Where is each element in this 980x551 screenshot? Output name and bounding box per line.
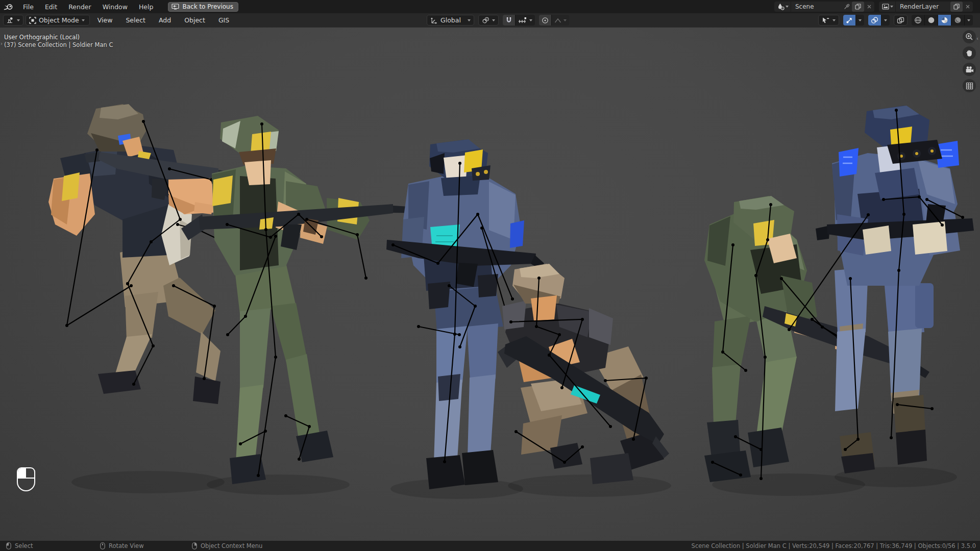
chevron-down-icon <box>529 19 532 21</box>
object-type-visibility-dropdown[interactable] <box>818 15 839 26</box>
viewport-nav-controls <box>963 30 976 92</box>
overlays-icon <box>871 17 878 24</box>
menu-file[interactable]: File <box>17 1 39 12</box>
new-layer-button[interactable] <box>950 2 963 12</box>
menu-select[interactable]: Select <box>120 15 151 26</box>
toolbar-collapse-arrow[interactable]: › <box>1 41 3 46</box>
xray-icon <box>897 17 904 24</box>
shading-dropdown[interactable] <box>965 15 973 26</box>
overlays-dropdown[interactable] <box>881 15 890 26</box>
unlink-scene-button[interactable] <box>864 2 874 12</box>
new-scene-button[interactable] <box>852 2 864 12</box>
menu-add[interactable]: Add <box>153 15 177 26</box>
mouse-right-icon <box>192 542 197 549</box>
visibility-cursor-icon <box>822 17 830 24</box>
scene-statistics: Scene Collection | Soldier Man C | Verts… <box>692 541 976 551</box>
menu-window[interactable]: Window <box>97 1 133 12</box>
snap-toggle[interactable] <box>503 15 516 26</box>
mouse-middle-icon <box>100 542 105 549</box>
show-gizmo-toggle[interactable] <box>843 15 856 26</box>
proportional-falloff-dropdown[interactable] <box>552 15 569 26</box>
camera-icon <box>965 66 974 73</box>
shading-wireframe-button[interactable] <box>912 15 925 26</box>
camera-view-button[interactable] <box>963 63 976 76</box>
scene-name[interactable]: Scene <box>791 3 842 10</box>
menu-render[interactable]: Render <box>63 1 97 12</box>
render-layer-selector: RenderLayer <box>879 2 973 12</box>
orientation-axes-icon <box>430 17 438 24</box>
close-icon <box>965 4 970 9</box>
transform-orientation-dropdown[interactable]: Global <box>427 15 474 26</box>
gizmo-arrow-icon <box>846 17 853 24</box>
scene-browse-button[interactable] <box>774 2 791 12</box>
proportional-editing-toggle[interactable] <box>539 15 552 26</box>
chevron-down-icon <box>468 19 471 21</box>
menu-help[interactable]: Help <box>133 1 159 12</box>
magnet-icon <box>505 17 512 24</box>
pan-button[interactable] <box>963 46 976 60</box>
editor-3d-viewport-icon <box>7 17 14 23</box>
hint-select: Select <box>6 541 33 551</box>
3d-viewport[interactable]: User Orthographic (Local) (37) Scene Col… <box>0 27 980 541</box>
menu-object[interactable]: Object <box>179 15 211 26</box>
chevron-down-icon <box>82 19 85 21</box>
blender-logo-icon[interactable] <box>0 3 17 11</box>
gizmo-dropdown[interactable] <box>856 15 864 26</box>
chevron-down-icon <box>832 19 836 21</box>
snap-increment-icon <box>518 17 527 24</box>
menu-gis[interactable]: GIS <box>213 15 235 26</box>
editor-type-button[interactable] <box>3 15 23 26</box>
orthographic-toggle-button[interactable] <box>963 79 976 92</box>
topbar: File Edit Render Window Help Back to Pre… <box>0 0 980 13</box>
screen-back-icon <box>172 4 179 10</box>
rendered-sphere-icon <box>954 16 962 24</box>
grid-icon <box>966 82 973 90</box>
shading-rendered-button[interactable] <box>951 15 965 26</box>
remove-layer-button[interactable] <box>963 2 973 12</box>
falloff-curve-icon <box>554 17 561 23</box>
render-layer-browse-button[interactable] <box>879 2 896 12</box>
pivot-point-dropdown[interactable] <box>478 15 499 26</box>
view-name: User Orthographic (Local) <box>4 34 113 41</box>
menu-view[interactable]: View <box>92 15 118 26</box>
viewport-overlay-text: User Orthographic (Local) (37) Scene Col… <box>4 34 113 49</box>
mode-dropdown[interactable]: Object Mode <box>26 15 90 26</box>
scene-render <box>0 27 980 541</box>
mouse-action-indicator <box>16 467 36 492</box>
active-object-path: (37) Scene Collection | Soldier Man C <box>4 41 113 49</box>
soldier-1[interactable] <box>48 104 240 404</box>
material-sphere-icon <box>941 16 948 24</box>
menu-edit[interactable]: Edit <box>39 1 63 12</box>
copy-icon <box>953 4 960 10</box>
copy-icon <box>855 4 861 10</box>
hint-object-context-menu: Object Context Menu <box>192 541 262 551</box>
hand-icon <box>965 49 973 57</box>
zoom-button[interactable] <box>963 30 976 43</box>
shading-solid-button[interactable] <box>925 15 938 26</box>
snap-target-dropdown[interactable] <box>516 15 535 26</box>
xray-toggle[interactable] <box>894 15 908 26</box>
chevron-down-icon <box>890 6 893 8</box>
render-layer-name[interactable]: RenderLayer <box>896 3 950 10</box>
shading-material-button[interactable] <box>938 15 951 26</box>
solid-sphere-icon <box>927 16 935 24</box>
viewport-header: Object Mode View Select Add Object GIS G… <box>0 13 980 27</box>
soldier-4[interactable] <box>498 264 669 484</box>
render-layer-icon <box>882 3 889 10</box>
show-overlays-toggle[interactable] <box>868 15 881 26</box>
back-to-previous-button[interactable]: Back to Previous <box>168 2 238 12</box>
sidebar-collapse-arrow[interactable]: ‹ <box>976 36 978 41</box>
proportional-circle-icon <box>542 17 549 24</box>
soldier-6[interactable] <box>789 106 974 473</box>
pin-icon[interactable] <box>842 2 852 12</box>
chevron-down-icon <box>492 19 495 21</box>
statusbar: Select Rotate View Object Context Menu S… <box>0 541 980 551</box>
object-mode-icon <box>29 17 36 24</box>
pivot-icon <box>482 17 489 24</box>
scene-icon <box>777 3 785 10</box>
chevron-down-icon <box>564 19 567 21</box>
scene-selector: Scene <box>774 2 874 12</box>
close-icon <box>867 4 872 9</box>
hint-rotate-view: Rotate View <box>100 541 144 551</box>
ground-shadows <box>71 467 957 499</box>
